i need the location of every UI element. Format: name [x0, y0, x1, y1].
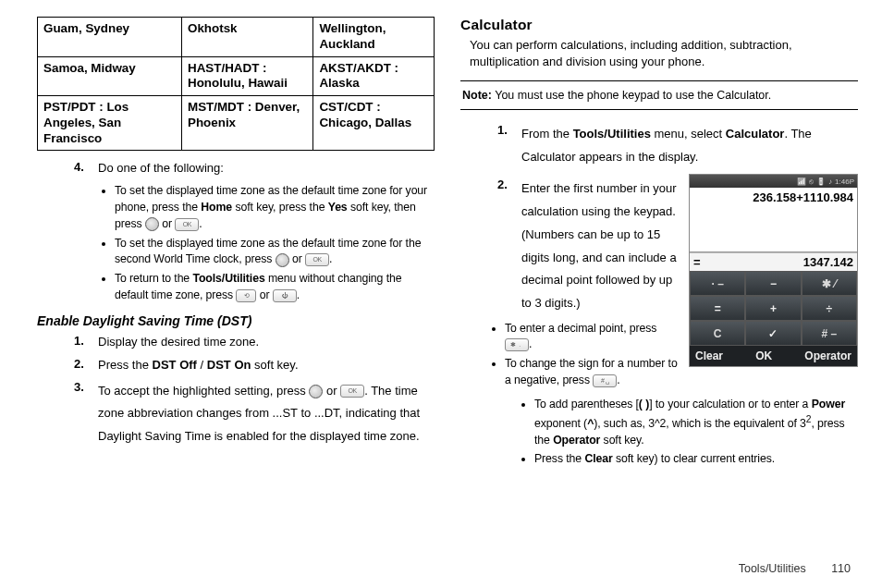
step-text: Press the DST Off / DST On soft key. [98, 357, 299, 374]
tz-cell: CST/CDT : Chicago, Dallas [313, 96, 435, 151]
bullet-item: To change the sign for a number to a neg… [505, 356, 680, 389]
step-number: 2. [74, 357, 98, 374]
center-key-icon [276, 253, 289, 267]
battery-icon: 🔋 [816, 178, 826, 186]
step-text: Enter the first number in your calculati… [521, 178, 680, 314]
tz-cell: Wellington, Auckland [313, 18, 435, 57]
star-key-icon: ✱ ﹒ [505, 338, 529, 351]
hash-key-icon: # ␣ [593, 374, 617, 387]
bullet-item: To enter a decimal point, press ✱ ﹒. [505, 321, 680, 354]
tz-cell: Samoa, Midway [38, 56, 182, 96]
status-time: 1:46P [835, 178, 854, 186]
tz-cell: MST/MDT : Denver, Phoenix [181, 96, 312, 151]
step-number: 1. [74, 334, 98, 351]
ok-key-icon: OK [305, 253, 329, 266]
key-plus: + [745, 296, 801, 321]
key-check: ✓ [745, 321, 801, 346]
bullet-item: Press the Clear soft key) to clear curre… [534, 451, 858, 468]
phone-status-bar: 📶 ⎋ 🔋 ♪ 1:46P [690, 175, 857, 188]
end-key-icon: ⏻ [273, 289, 297, 302]
note: Note: You must use the phone keypad to u… [460, 80, 858, 110]
step-text: Display the desired time zone. [98, 334, 259, 351]
music-icon: ♪ [828, 178, 832, 186]
step-number: 4. [74, 160, 98, 178]
bullet-item: To set the displayed time zone as the de… [115, 183, 435, 232]
calculator-intro: You can perform calculations, including … [470, 37, 858, 69]
step-number: 1. [497, 123, 521, 168]
key-equals: = [690, 296, 745, 321]
page-footer: Tools/Utilities 110 [739, 562, 851, 575]
calc-result: 1347.142 [803, 255, 853, 269]
step-text: To accept the highlighted setting, press… [98, 380, 435, 448]
calc-keypad: · – − ✱ ⁄ = + ÷ C ✓ # – [690, 271, 857, 346]
ok-key-icon: OK [175, 218, 199, 231]
bullet-item: To add parentheses [( )] to your calcula… [534, 397, 858, 449]
tz-cell: AKST/AKDT : Alaska [313, 56, 435, 96]
tz-cell: PST/PDT : Los Angeles, San Francisco [38, 96, 182, 151]
center-key-icon [309, 385, 323, 398]
softkey-right: Operator [804, 349, 851, 362]
dst-heading: Enable Daylight Saving Time (DST) [37, 313, 435, 328]
signal-icon: 📶 [797, 178, 806, 186]
calculator-heading: Calculator [460, 17, 858, 33]
phone-softkeys: Clear OK Operator [690, 346, 857, 366]
tz-cell: Okhotsk [181, 18, 312, 57]
calc-expression: 236.158+1110.984 [690, 188, 857, 252]
footer-section: Tools/Utilities [739, 562, 806, 575]
softkey-left: Clear [695, 349, 723, 362]
bullet-item: To return to the Tools/Utilities menu wi… [115, 271, 435, 304]
softkey-center: OK [755, 349, 772, 362]
bullet-item: To set the displayed time zone as the de… [115, 236, 435, 269]
center-key-icon [145, 217, 159, 231]
calc-result-row: = 1347.142 [690, 252, 857, 271]
step-number: 2. [497, 178, 521, 314]
key-hash: # – [802, 321, 857, 346]
key-divide: ÷ [802, 296, 857, 321]
key-star: ✱ ⁄ [802, 271, 857, 296]
tz-cell: HAST/HADT : Honolulu, Hawaii [181, 56, 312, 96]
calculator-phone-mock: 📶 ⎋ 🔋 ♪ 1:46P 236.158+1110.984 = 1347.14… [689, 174, 858, 367]
footer-page: 110 [831, 562, 851, 575]
key-c: C [690, 321, 745, 346]
timezone-table: Guam, Sydney Okhotsk Wellington, Aucklan… [37, 17, 435, 151]
back-key-icon: ⟲ [236, 289, 256, 302]
tz-cell: Guam, Sydney [38, 18, 182, 57]
step-text: Do one of the following: [98, 160, 224, 178]
ok-key-icon: OK [340, 385, 364, 398]
step-number: 3. [74, 380, 98, 448]
step-text: From the Tools/Utilities menu, select Ca… [521, 123, 858, 168]
bluetooth-icon: ⎋ [809, 178, 814, 186]
key-dot: · – [690, 271, 745, 296]
key-minus: − [745, 271, 801, 296]
